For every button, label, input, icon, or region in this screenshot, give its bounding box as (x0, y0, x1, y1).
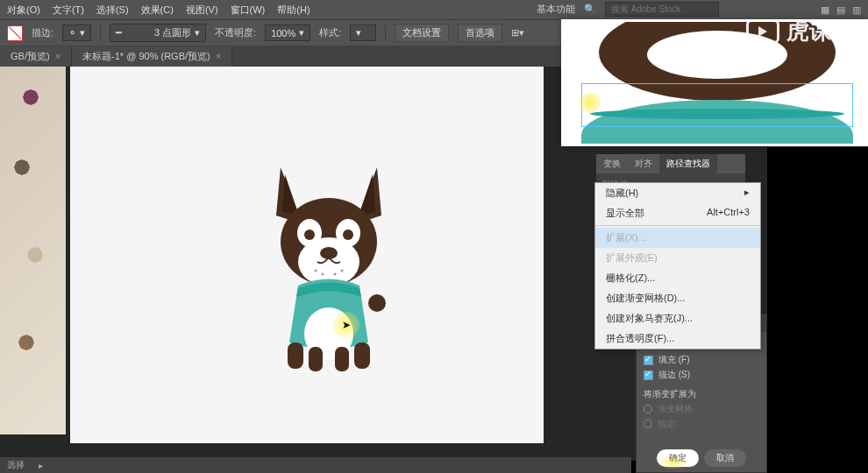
svg-point-6 (320, 247, 338, 259)
opacity-input[interactable]: 100%▾ (265, 25, 310, 41)
workspace-switcher[interactable]: 基本功能 (537, 3, 575, 16)
status-bar: 选择 ▸ (0, 457, 631, 473)
close-icon[interactable]: × (216, 51, 221, 61)
align-icon[interactable]: ⊞▾ (511, 27, 524, 39)
dog-illustration[interactable] (254, 159, 403, 378)
fill-checkbox-row[interactable]: 填充 (F) (644, 354, 759, 366)
stock-search-input[interactable] (605, 2, 719, 17)
menu-item-expand-appearance: 扩展外观(E) (595, 248, 760, 268)
menu-item-rasterize[interactable]: 栅格化(Z)... (595, 268, 760, 288)
opacity-label: 不透明度: (215, 26, 256, 39)
gradient-section-label: 将渐变扩展为 (644, 388, 759, 400)
tab-2[interactable]: 未标题-1* @ 90% (RGB/预览) × (72, 46, 232, 67)
menu-item-gradient-mesh[interactable]: 创建渐变网格(D)... (595, 288, 760, 308)
selection-bounds (581, 83, 853, 127)
stroke-checkbox[interactable] (644, 371, 653, 380)
workspace-controls: 基本功能 🔍 (537, 2, 719, 17)
cursor-icon: ➤ (342, 319, 351, 331)
menu-select[interactable]: 选择(S) (96, 4, 129, 17)
style-label: 样式: (319, 26, 341, 39)
object-context-menu: 隐藏(H)▸ 显示全部Alt+Ctrl+3 扩展(X)... 扩展外观(E) 栅… (594, 182, 761, 349)
stroke-weight-dropdown[interactable]: ⚬▾ (62, 25, 91, 41)
status-tool: 选择 (7, 459, 25, 471)
menu-effect[interactable]: 效果(C) (141, 4, 174, 17)
menu-item-flatten[interactable]: 拼合透明度(F)... (595, 328, 760, 349)
status-arrow-icon[interactable]: ▸ (39, 461, 43, 470)
brush-dropdown[interactable]: ━ 3 点圆形▾ (110, 24, 206, 42)
fill-checkbox[interactable] (644, 356, 653, 365)
black-sidebar (767, 147, 868, 473)
watermark: 虎课网 (746, 16, 855, 46)
tab-1[interactable]: GB/预览) × (0, 46, 72, 67)
svg-point-4 (304, 229, 315, 240)
gradient-mesh-radio (644, 405, 652, 413)
layout-icon[interactable]: ▦ (821, 4, 829, 16)
stroke-label: 描边: (32, 26, 53, 39)
magnified-cursor (580, 92, 601, 113)
menu-bar: 对象(O) 文字(T) 选择(S) 效果(C) 视图(V) 窗口(W) 帮助(H… (0, 0, 868, 19)
svg-rect-14 (309, 347, 323, 371)
ok-button[interactable]: 确定 (657, 449, 699, 467)
specify-radio-row: 指定: (644, 418, 759, 430)
svg-point-10 (341, 270, 344, 272)
arrange-icon[interactable]: ▥ (852, 4, 861, 16)
svg-point-12 (368, 294, 386, 312)
cancel-button[interactable]: 取消 (704, 449, 746, 467)
menu-object[interactable]: 对象(O) (7, 4, 40, 17)
menu-view[interactable]: 视图(V) (186, 4, 218, 17)
menu-type[interactable]: 文字(T) (53, 4, 84, 17)
reference-image (0, 67, 66, 434)
menu-item-object-mosaic[interactable]: 创建对象马赛克(J)... (595, 308, 760, 328)
svg-rect-16 (354, 342, 370, 369)
tab-1-label: GB/预览) (11, 50, 50, 63)
doc-setup-button[interactable]: 文档设置 (395, 24, 449, 42)
prefs-button[interactable]: 首选项 (458, 24, 502, 42)
menu-help[interactable]: 帮助(H) (277, 4, 309, 17)
panel-tab-align[interactable]: 对齐 (628, 154, 659, 173)
panel-tab-pathfinder[interactable]: 路径查找器 (659, 154, 717, 173)
svg-point-5 (343, 229, 353, 240)
search-icon: 🔍 (584, 4, 596, 15)
bridge-icon[interactable]: ▤ (836, 4, 845, 16)
tab-2-label: 未标题-1* @ 90% (RGB/预览) (82, 50, 210, 63)
svg-point-9 (334, 273, 337, 276)
menu-window[interactable]: 窗口(W) (231, 4, 266, 17)
no-selection-icon (7, 25, 23, 41)
artboard[interactable]: ➤ (70, 67, 544, 443)
svg-rect-13 (288, 342, 303, 369)
panel-tab-transform[interactable]: 变换 (596, 154, 628, 173)
svg-point-8 (322, 273, 324, 276)
gradient-mesh-radio-row: 渐变网格 (644, 403, 759, 415)
close-icon[interactable]: × (55, 51, 60, 61)
menu-item-expand[interactable]: 扩展(X)... (595, 228, 760, 248)
svg-point-7 (315, 270, 317, 272)
watermark-play-icon (746, 19, 779, 44)
style-dropdown[interactable]: ▾ (350, 25, 376, 41)
svg-rect-15 (335, 347, 349, 371)
specify-radio (644, 420, 652, 428)
menu-item-hide[interactable]: 隐藏(H)▸ (595, 183, 760, 203)
menu-item-show-all[interactable]: 显示全部Alt+Ctrl+3 (595, 203, 760, 223)
stroke-checkbox-row[interactable]: 描边 (S) (644, 369, 759, 381)
